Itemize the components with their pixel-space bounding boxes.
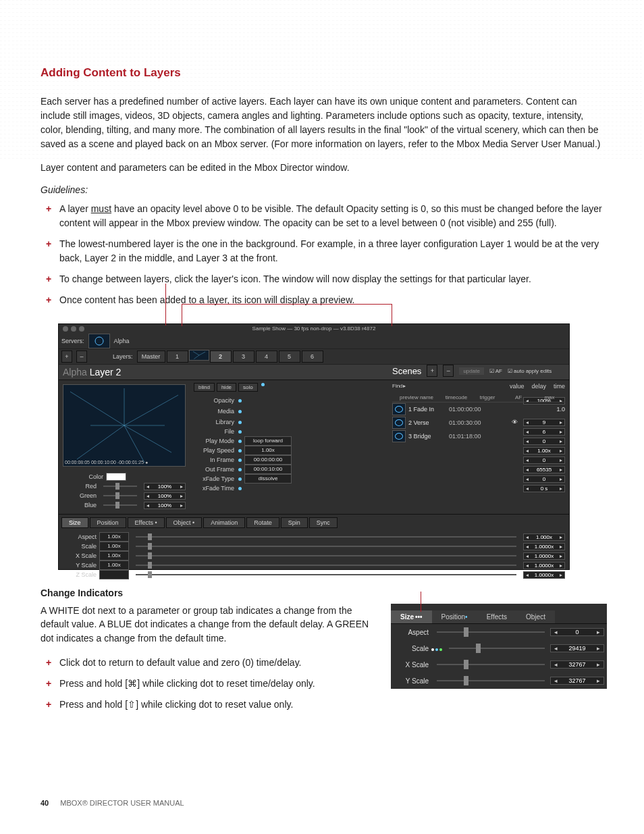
change-dot-icon[interactable] — [238, 430, 242, 434]
color-slider[interactable] — [103, 486, 137, 487]
size-slider[interactable] — [136, 555, 516, 556]
size-spinner[interactable]: ◂29419▸ — [550, 644, 604, 652]
solo-button[interactable]: solo — [238, 383, 258, 392]
change-dot-icon[interactable] — [261, 383, 265, 386]
size-spinner[interactable]: ◂1.0000x▸ — [523, 543, 565, 550]
tab-size[interactable]: Size••• — [391, 610, 432, 623]
param-value-box[interactable]: dissolve — [244, 474, 292, 484]
page-footer: 40 MBOX® DIRECTOR USER MANUAL — [41, 799, 184, 807]
param-value-box[interactable]: 00:00:10:00 — [244, 465, 292, 474]
find-field[interactable]: Find▸ — [392, 383, 406, 389]
media-group-label: Media — [194, 408, 234, 415]
af-checkbox[interactable]: ☑ AF — [489, 368, 502, 374]
update-button[interactable]: update — [459, 367, 483, 375]
param-value-box[interactable]: 00:00:00:00 — [244, 455, 292, 465]
layer-tab[interactable]: 1 — [167, 350, 188, 363]
size-spinner[interactable]: ◂1.0000x▸ — [523, 552, 565, 560]
layer-tab[interactable]: Master — [137, 350, 165, 363]
change-dot-icon[interactable] — [238, 459, 242, 462]
guidelines-list: A layer must have an opacity level above… — [41, 202, 607, 307]
scene-row[interactable]: 3 Bridge01:01:18:00 — [392, 429, 565, 443]
size-spinner[interactable]: ◂0▸ — [550, 628, 604, 636]
blind-button[interactable]: blind — [194, 383, 215, 392]
change-dot-icon[interactable] — [238, 440, 242, 443]
size-spinner[interactable]: ◂32767▸ — [550, 660, 604, 669]
add-scene-button[interactable]: + — [427, 365, 437, 377]
change-dot-icon[interactable] — [238, 468, 242, 471]
hide-button[interactable]: hide — [217, 383, 236, 392]
layer-tab[interactable]: 6 — [302, 350, 323, 363]
size-slider[interactable] — [136, 574, 516, 575]
param-tab[interactable]: Object • — [166, 517, 203, 528]
size-slider[interactable] — [136, 536, 516, 538]
param-tab[interactable]: Animation — [203, 517, 245, 528]
add-server-button[interactable]: + — [61, 350, 72, 363]
layer-tab[interactable]: 4 — [256, 350, 277, 363]
param-tab[interactable]: Sync — [309, 517, 338, 528]
change-dot-icon[interactable] — [238, 449, 242, 452]
color-spinner[interactable]: ◂100%▸ — [144, 492, 186, 500]
svg-line-6 — [77, 425, 124, 459]
intro-paragraph: Each server has a predefined number of a… — [41, 95, 607, 151]
tab-object[interactable]: Object — [516, 610, 555, 623]
servers-label: Servers: — [61, 338, 84, 344]
size-spinner[interactable]: ◂1.000x▸ — [523, 533, 565, 541]
page-number: 40 — [41, 799, 49, 807]
param-spinner[interactable]: ◂65535▸ — [523, 466, 565, 473]
layer-tab[interactable]: 2 — [210, 350, 232, 363]
layer-tab[interactable]: 5 — [279, 350, 300, 363]
scene-row[interactable]: 1 Fade In01:00:00:001.0 — [392, 402, 565, 416]
param-tabs: SizePositionEffects •Object •AnimationRo… — [59, 514, 569, 531]
param-spinner[interactable]: ◂0 s▸ — [523, 485, 565, 492]
layer-tab[interactable]: 3 — [233, 350, 254, 363]
change-indicators-heading: Change Indicators — [41, 588, 607, 598]
size-slider-value — [99, 570, 129, 579]
color-spinner[interactable]: ◂100%▸ — [144, 483, 186, 490]
param-label: xFade Time — [194, 485, 234, 492]
param-tab[interactable]: Spin — [281, 517, 308, 528]
change-dot-icon[interactable] — [238, 421, 242, 424]
size-slider[interactable] — [449, 648, 545, 649]
size-slider[interactable] — [437, 631, 545, 633]
size-spinner[interactable]: ◂32767▸ — [550, 677, 604, 685]
guidelines-label: Guidelines: — [41, 184, 607, 195]
size-row: Y Scale◂32767▸ — [391, 673, 607, 689]
tab-effects[interactable]: Effects — [477, 610, 516, 623]
remove-scene-button[interactable]: – — [443, 365, 454, 377]
scene-row[interactable]: 2 Verse01:00:30:00 — [392, 416, 565, 429]
change-dot-icon[interactable] — [238, 410, 242, 413]
size-spinner[interactable]: ◂1.0000x▸ — [523, 562, 565, 569]
param-tab[interactable]: Rotate — [246, 517, 279, 528]
server-thumb[interactable] — [88, 334, 110, 348]
param-value-box[interactable]: 1.00x — [244, 446, 292, 455]
size-slider[interactable] — [437, 664, 545, 665]
auto-apply-checkbox[interactable]: ☑ auto apply edits — [508, 368, 552, 374]
svg-line-4 — [70, 392, 124, 425]
param-tab[interactable]: Size — [61, 517, 88, 528]
param-spinner[interactable]: ◂0▸ — [523, 475, 565, 483]
size-spinner[interactable]: ◂1.0000x▸ — [523, 571, 565, 579]
color-spinner[interactable]: ◂100%▸ — [144, 502, 186, 509]
remove-server-button[interactable]: – — [76, 350, 87, 363]
svg-line-1 — [192, 351, 198, 355]
color-swatch[interactable] — [106, 473, 126, 481]
param-value-box[interactable]: loop forward — [244, 436, 292, 446]
size-slider[interactable] — [136, 565, 516, 566]
color-slider[interactable] — [103, 504, 137, 506]
change-dot-icon[interactable] — [238, 477, 242, 481]
param-tab[interactable]: Position — [90, 517, 126, 528]
color-slider[interactable] — [103, 495, 137, 496]
list-item: The lowest-numbered layer is the one in … — [41, 237, 607, 265]
param-spinner[interactable]: ◂1.00x▸ — [523, 447, 565, 454]
change-dot-icon[interactable] — [238, 487, 242, 490]
param-tab[interactable]: Effects • — [128, 517, 165, 528]
size-slider[interactable] — [136, 546, 516, 547]
size-slider-value: 1.00x — [99, 551, 129, 561]
color-channel-label: Red — [63, 483, 97, 490]
svg-line-3 — [194, 355, 199, 359]
change-dot-icon[interactable] — [238, 399, 242, 402]
preview-timecode: 00:00:08:05 00:00:10:00 -00:00:01:25 ● — [65, 460, 148, 465]
tab-position[interactable]: Position• — [432, 610, 477, 623]
param-spinner[interactable]: ◂0▸ — [523, 457, 565, 464]
size-slider[interactable] — [437, 680, 545, 681]
